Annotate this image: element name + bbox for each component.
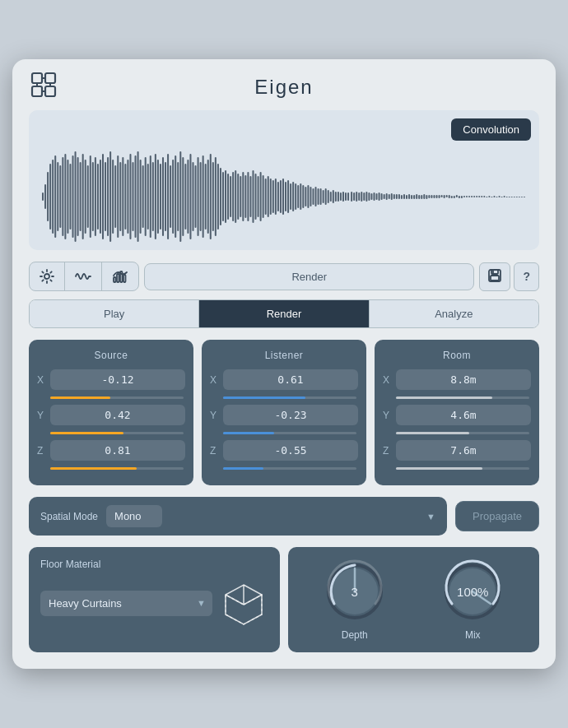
svg-rect-48 [142,165,144,228]
svg-rect-189 [496,197,498,197]
room-x-slider[interactable] [396,396,529,400]
depth-knob[interactable]: 3 [322,559,388,624]
svg-rect-124 [333,190,334,203]
svg-rect-101 [275,179,277,215]
floor-panel: Floor Material Heavy Curtains ▼ [29,547,280,652]
svg-rect-17 [64,154,66,239]
svg-rect-51 [150,155,151,238]
listener-x-value[interactable]: 0.61 [223,369,358,390]
room-y-slider[interactable] [396,432,529,435]
convolution-button[interactable]: Convolution [451,118,531,141]
spatial-select[interactable]: Mono Stereo Binaural [106,505,162,527]
propagate-button[interactable]: Propagate [455,501,539,531]
svg-rect-131 [351,192,352,202]
svg-rect-130 [347,192,349,201]
svg-rect-154 [408,194,410,199]
listener-z-value[interactable]: -0.55 [223,440,358,461]
svg-rect-171 [451,196,453,198]
svg-rect-76 [212,162,214,231]
source-title: Source [37,350,185,361]
svg-rect-28 [92,162,94,231]
source-z-slider[interactable] [50,467,184,471]
listener-y-value[interactable]: -0.23 [223,405,358,425]
svg-point-201 [44,274,49,279]
svg-rect-102 [277,182,279,211]
svg-rect-77 [215,157,216,236]
svg-rect-97 [265,179,267,215]
room-z-slider[interactable] [396,467,529,471]
listener-z-slider[interactable] [223,467,356,471]
listener-x-row: X 0.61 [210,369,358,390]
svg-rect-59 [170,165,171,228]
svg-rect-140 [373,192,375,201]
svg-rect-173 [456,195,458,197]
mix-knob[interactable]: 100% [440,559,505,624]
svg-rect-161 [426,195,427,199]
source-y-label: Y [37,410,45,421]
svg-rect-42 [127,160,128,234]
knob-panel: 3 Depth 100% Mix [288,547,539,652]
svg-rect-122 [328,190,329,203]
render-display: Render [144,263,474,290]
spatial-label: Spatial Mode [40,511,98,522]
svg-rect-105 [285,182,286,211]
svg-rect-160 [423,194,425,199]
svg-rect-74 [207,160,209,234]
svg-rect-200 [524,197,525,197]
svg-rect-34 [107,157,109,236]
svg-rect-134 [358,192,360,201]
svg-rect-190 [499,196,500,197]
svg-rect-45 [135,155,137,238]
svg-rect-120 [323,190,324,203]
svg-rect-8 [42,192,44,201]
svg-rect-172 [454,196,455,198]
room-x-value[interactable]: 8.8m [396,369,531,390]
spatial-row: Spatial Mode Mono Stereo Binaural ▼ Prop… [29,497,539,536]
source-z-value[interactable]: 0.81 [50,440,185,461]
help-button[interactable]: ? [514,262,539,291]
svg-rect-91 [249,176,251,217]
source-x-value[interactable]: -0.12 [50,369,185,390]
svg-rect-169 [446,195,448,197]
floor-select-box[interactable]: Heavy Curtains [40,591,212,616]
svg-rect-85 [235,170,236,223]
svg-rect-79 [220,168,221,225]
listener-x-slider[interactable] [223,396,356,400]
tab-play[interactable]: Play [30,300,199,327]
listener-z-label: Z [210,445,218,457]
svg-rect-112 [302,185,304,208]
svg-rect-3 [45,86,55,96]
settings-button[interactable] [30,262,65,290]
svg-rect-60 [172,160,174,234]
room-z-value[interactable]: 7.6m [396,440,531,461]
wave-button[interactable] [65,262,102,290]
svg-rect-37 [114,165,116,228]
svg-rect-198 [519,197,520,197]
svg-rect-132 [353,192,355,201]
svg-rect-10 [47,172,49,221]
source-x-slider[interactable] [50,396,184,400]
source-y-slider[interactable] [50,432,184,435]
waveform-display [42,143,526,250]
tab-analyze[interactable]: Analyze [370,300,538,327]
save-button[interactable] [479,262,510,291]
svg-rect-168 [444,195,445,198]
svg-rect-13 [54,155,56,238]
source-y-value[interactable]: 0.42 [50,405,185,425]
svg-rect-118 [318,188,319,205]
svg-rect-179 [471,196,473,197]
room-y-value[interactable]: 4.6m [396,405,531,425]
svg-rect-166 [439,195,440,198]
svg-rect-70 [198,157,199,236]
depth-label: Depth [342,629,368,641]
svg-rect-185 [486,197,487,197]
svg-rect-0 [32,73,42,83]
cube-icon [219,578,268,628]
svg-rect-192 [504,196,505,197]
spectrum-button[interactable] [102,262,138,290]
listener-y-slider[interactable] [223,432,356,435]
svg-rect-146 [389,194,390,199]
tab-render[interactable]: Render [199,300,369,327]
svg-rect-139 [370,193,372,200]
svg-rect-26 [87,165,89,228]
